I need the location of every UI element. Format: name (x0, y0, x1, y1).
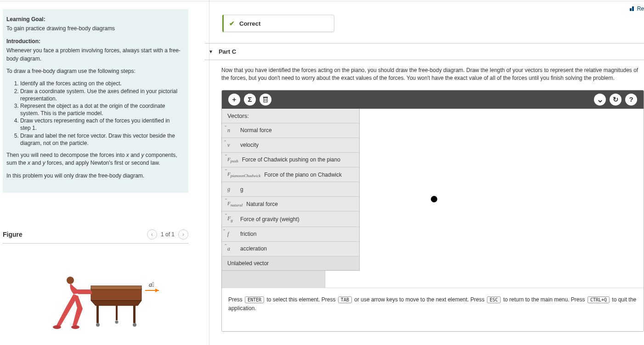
canvas-area[interactable] (325, 109, 644, 288)
help-button[interactable]: ? (625, 94, 637, 106)
steps-list: Identify all the forces acting on the ob… (20, 80, 181, 147)
figure-counter: 1 of 1 (161, 231, 175, 238)
vector-toolbar: + Σ ⌄ ↻ ? (222, 90, 644, 109)
svg-rect-4 (116, 306, 118, 320)
reset-button[interactable]: ↻ (610, 94, 621, 106)
introduction-heading: Introduction: (6, 38, 181, 45)
correct-label: Correct (239, 20, 260, 27)
figure-header: Figure ‹ 1 of 1 › (3, 229, 188, 244)
svg-point-10 (71, 325, 79, 329)
intro-para-2: To draw a free-body diagram use the foll… (6, 67, 181, 75)
correct-status-badge: ✔ Correct (222, 15, 334, 32)
part-c-header[interactable]: ▼ Part C (205, 43, 644, 60)
svg-marker-12 (155, 289, 159, 292)
after-steps-2: In this problem you will only draw the f… (6, 172, 181, 180)
step-4: Draw vectors representing each of the fo… (20, 117, 181, 132)
kbd-ctrlq: CTRL+Q (588, 296, 610, 303)
svg-rect-2 (96, 306, 99, 323)
svg-point-7 (115, 321, 119, 324)
drawing-workspace[interactable]: Vectors: n⃗ Normal force v⃗ velocity F⃗p… (222, 109, 644, 288)
svg-rect-1 (91, 286, 141, 289)
part-c-title: Part C (219, 48, 236, 55)
keyboard-hints: Press ENTER to select this element. Pres… (222, 288, 644, 331)
learning-goal-heading: Learning Goal: (6, 16, 181, 23)
part-c-instructions: Now that you have identified the forces … (221, 67, 644, 83)
vector-option-normal[interactable]: n⃗ Normal force (222, 123, 359, 138)
dropdown-button[interactable]: ⌄ (594, 94, 606, 106)
check-icon: ✔ (229, 20, 235, 27)
add-vector-button[interactable]: + (228, 94, 240, 106)
particle-dot[interactable] (431, 196, 437, 202)
svg-point-6 (133, 323, 136, 327)
figure-prev-button[interactable]: ‹ (147, 229, 157, 239)
svg-rect-0 (91, 289, 141, 300)
accel-label: a⃗ (149, 281, 154, 288)
svg-point-9 (53, 325, 61, 329)
step-5: Draw and label the net force vector. Dra… (20, 132, 181, 147)
figure-next-button[interactable]: › (178, 229, 188, 239)
delete-button[interactable] (260, 94, 271, 106)
kbd-tab: TAB (338, 296, 352, 303)
bar-icon (630, 6, 635, 11)
vector-option-fpush[interactable]: F⃗push Force of Chadwick pushing on the … (222, 152, 359, 167)
step-3: Represent the object as a dot at the ori… (20, 102, 181, 117)
vector-option-unlabeled[interactable]: Unlabeled vector (222, 256, 359, 270)
step-1: Identify all the forces acting on the ob… (20, 80, 181, 87)
vector-option-accel[interactable]: a⃗ accleration (222, 241, 359, 256)
svg-point-8 (67, 277, 74, 284)
vector-option-velocity[interactable]: v⃗ velocity (222, 138, 359, 152)
kbd-enter: ENTER (245, 296, 264, 303)
learning-goal-box: Learning Goal: To gain practice drawing … (3, 9, 188, 193)
kbd-esc: ESC (487, 296, 501, 303)
sum-button[interactable]: Σ (244, 94, 256, 106)
svg-rect-14 (263, 97, 268, 98)
svg-rect-13 (264, 98, 267, 102)
collapse-triangle-icon: ▼ (209, 49, 213, 54)
top-right-link[interactable]: Re (630, 6, 644, 12)
learning-goal-text: To gain practice drawing free-body diagr… (6, 25, 181, 33)
vector-option-g[interactable]: g g (222, 182, 359, 196)
vector-option-fg[interactable]: F⃗g Force of gravity (weight) (222, 211, 359, 226)
step-2: Draw a coordinate system. Use the axes d… (20, 88, 181, 102)
svg-rect-3 (133, 306, 136, 323)
figure-title: Figure (3, 231, 23, 238)
after-steps-1: Then you will need to decompose the forc… (6, 151, 181, 167)
intro-para-1: Whenever you face a problem involving fo… (6, 47, 181, 63)
vector-option-fnatural[interactable]: F⃗natural Natural force (222, 196, 359, 211)
vectors-dropdown-panel: Vectors: n⃗ Normal force v⃗ velocity F⃗p… (222, 109, 360, 271)
vectors-panel-title: Vectors: (222, 109, 359, 123)
svg-point-5 (96, 323, 100, 327)
trash-icon (263, 96, 268, 103)
vector-option-friction[interactable]: f⃗ friction (222, 227, 359, 241)
figure-image: a⃗ (3, 271, 188, 335)
vector-tool-frame: + Σ ⌄ ↻ ? Vectors: (221, 90, 644, 332)
vector-option-fpiano[interactable]: F⃗pianoonChadwick Force of the piano on … (222, 167, 359, 182)
